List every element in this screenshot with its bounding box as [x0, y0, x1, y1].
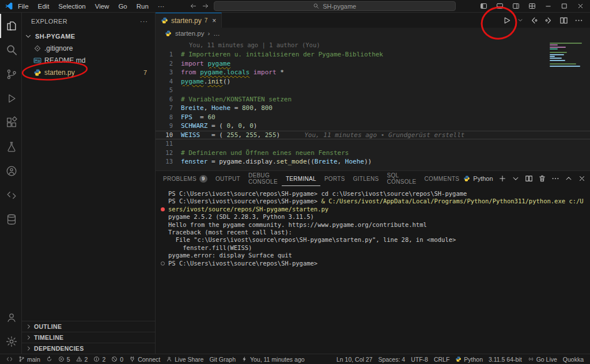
menu-edit[interactable]: Edit	[33, 3, 54, 10]
panel-tab-debug-console[interactable]: DEBUG CONSOLE	[244, 171, 282, 186]
minimap[interactable]	[550, 43, 583, 67]
activity-explorer[interactable]	[0, 14, 21, 38]
chevron-down-icon[interactable]	[517, 17, 523, 23]
panel-tab-output[interactable]: OUTPUT	[211, 171, 244, 186]
close-button[interactable]	[573, 0, 588, 13]
breadcrumb-file[interactable]: starten.py	[175, 30, 205, 37]
close-icon[interactable]	[578, 175, 586, 183]
status-python[interactable]: Python	[452, 354, 486, 364]
run-icon[interactable]	[502, 16, 511, 25]
maximize-button[interactable]	[557, 0, 572, 13]
status-5[interactable]: 5	[55, 354, 73, 364]
activity-search[interactable]	[0, 38, 21, 62]
activity-run-debug[interactable]	[0, 86, 21, 111]
split-icon[interactable]	[525, 175, 533, 183]
terminal-line-4: pygame 2.5.2 (SDL 2.28.3, Python 3.11.5)	[160, 213, 590, 221]
status-quokka[interactable]: Quokka	[560, 354, 587, 364]
status-live-share[interactable]: Live Share	[163, 354, 206, 364]
history-back-icon[interactable]	[190, 2, 197, 10]
split-icon[interactable]	[559, 16, 568, 25]
activity-database[interactable]	[0, 207, 21, 232]
code-editor[interactable]: You, 11 minutes ago | 1 author (You) 1# …	[156, 39, 590, 170]
command-center-search[interactable]: SH-pygame	[214, 1, 456, 11]
menu-[interactable]: ···	[153, 3, 169, 10]
status-sync[interactable]	[43, 354, 55, 364]
layout-grid-button[interactable]	[524, 0, 539, 13]
breadcrumb[interactable]: starten.py › …	[156, 28, 590, 39]
status-remote[interactable]	[3, 354, 16, 364]
status-ln-10-col-27[interactable]: Ln 10, Col 27	[334, 354, 375, 364]
next-change-icon[interactable]	[544, 16, 553, 25]
terminal-output[interactable]: PS C:\Users\ivost\source\repos\SH-pygame…	[156, 186, 590, 354]
layout-panel-button[interactable]	[492, 0, 507, 13]
status-0[interactable]: 0	[108, 354, 126, 364]
code-text: fenster = pygame.display.set_mode((Breit…	[181, 157, 372, 166]
menu-bar: FileEditSelectionViewGoRun···	[13, 3, 169, 10]
error-marker	[161, 207, 165, 211]
status-connect[interactable]: Connect	[126, 354, 163, 364]
activity-live-share[interactable]	[0, 159, 21, 183]
activity-remote-explorer[interactable]	[0, 183, 21, 207]
activity-source-control[interactable]	[0, 62, 21, 86]
activity-account[interactable]	[0, 305, 21, 329]
line-number: 9	[156, 122, 181, 131]
settings-icon	[5, 335, 18, 348]
menu-selection[interactable]: Selection	[54, 3, 90, 10]
status-3-11-5-64-bit[interactable]: 3.11.5 64-bit	[486, 354, 525, 364]
panel-tab-problems[interactable]: PROBLEMS9	[159, 171, 211, 186]
menu-go[interactable]: Go	[114, 3, 131, 10]
file-gitignore[interactable]: .gitignore	[22, 42, 155, 54]
activity-settings[interactable]	[0, 329, 21, 354]
status-main[interactable]: main	[16, 354, 43, 364]
panel-tab-sql-console[interactable]: SQL CONSOLE	[383, 171, 421, 186]
error-icon	[58, 356, 65, 362]
panel-tab-comments[interactable]: COMMENTS	[421, 171, 464, 186]
status-crlf[interactable]: CRLF	[431, 354, 452, 364]
plus-icon[interactable]	[498, 175, 506, 183]
tab-starten-py[interactable]: starten.py 7 ×	[156, 13, 222, 28]
line-number: 1	[156, 50, 181, 59]
activity-testing[interactable]	[0, 135, 21, 159]
line-number: 2	[156, 59, 181, 69]
status-git-graph[interactable]: Git Graph	[206, 354, 239, 364]
menu-view[interactable]: View	[90, 3, 114, 10]
activity-extensions[interactable]	[0, 111, 21, 135]
minimize-button[interactable]	[540, 0, 555, 13]
status-you-11-minutes-ago[interactable]: You, 11 minutes ago	[239, 354, 308, 364]
panel-tab-ports[interactable]: PORTS	[320, 171, 349, 186]
status-2[interactable]: 2	[90, 354, 108, 364]
section-outline[interactable]: OUTLINE	[22, 321, 155, 332]
status-2[interactable]: 2	[73, 354, 91, 364]
layout-sidebar-button[interactable]	[476, 0, 491, 13]
status-spaces-4[interactable]: Spaces: 4	[375, 354, 408, 364]
status-go-live[interactable]: Go Live	[525, 354, 560, 364]
code-line-4: 4pygame.init()	[156, 77, 590, 86]
panel-tab-gitlens[interactable]: GITLENS	[349, 171, 383, 186]
breadcrumb-symbol[interactable]: …	[213, 30, 220, 37]
more-icon[interactable]	[551, 175, 559, 183]
file-name: README.md	[44, 56, 85, 65]
sidebar-sections: OUTLINETIMELINEDEPENDENCIES	[22, 321, 155, 354]
more-icon[interactable]	[574, 16, 583, 25]
code-line-9: 9SCHWARZ = ( 0, 0, 0)	[156, 122, 590, 131]
status-utf-8[interactable]: UTF-8	[408, 354, 431, 364]
file-readme-md[interactable]: README.md	[22, 54, 155, 66]
panel-tab-terminal[interactable]: TERMINAL	[282, 171, 320, 186]
chevron-down-icon[interactable]	[512, 175, 520, 183]
tab-close-icon[interactable]: ×	[212, 17, 216, 25]
file-tree: .gitignoreREADME.mdstarten.py7	[22, 42, 155, 78]
section-timeline[interactable]: TIMELINE	[22, 332, 155, 343]
menu-file[interactable]: File	[13, 3, 33, 10]
code-line-10: 10WEISS = ( 255, 255, 255)You, 11 minute…	[156, 131, 590, 140]
layout-secondary-button[interactable]	[508, 0, 523, 13]
chevron-up-icon[interactable]	[565, 175, 573, 183]
prev-change-icon[interactable]	[530, 16, 538, 25]
menu-run[interactable]: Run	[132, 3, 153, 10]
tree-root-folder[interactable]: SH-PYGAME	[22, 30, 155, 42]
history-forward-icon[interactable]	[202, 2, 209, 10]
file-starten-py[interactable]: starten.py7	[22, 66, 155, 78]
sidebar-more-actions[interactable]: ···	[140, 18, 148, 25]
trash-icon[interactable]	[538, 175, 546, 183]
terminal-shell-selector[interactable]: Python	[463, 175, 493, 182]
section-dependencies[interactable]: DEPENDENCIES	[22, 343, 155, 354]
